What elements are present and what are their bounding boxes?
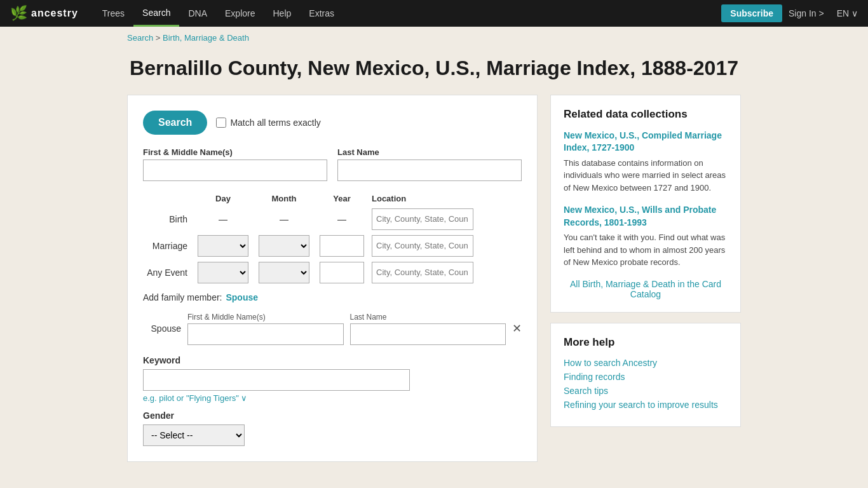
- nav-dna[interactable]: DNA: [179, 0, 216, 27]
- related-item-1: New Mexico, U.S., Wills and Probate Reco…: [564, 204, 728, 269]
- last-name-group: Last Name: [337, 147, 522, 181]
- nav-search[interactable]: Search: [133, 0, 179, 27]
- help-link-0[interactable]: How to search Ancestry: [564, 358, 728, 368]
- last-name-input[interactable]: [337, 159, 522, 181]
- spouse-last-name-group: Last Name: [350, 313, 506, 345]
- nav-explore[interactable]: Explore: [216, 0, 264, 27]
- logo[interactable]: 🌿 ancestry: [10, 5, 78, 22]
- add-family-label: Add family member:: [143, 292, 222, 302]
- birth-day-dash: —: [219, 214, 227, 224]
- nav-links: Trees Search DNA Explore Help Extras: [93, 0, 721, 27]
- birth-location-input[interactable]: [372, 208, 473, 230]
- birth-year-dash: —: [337, 214, 346, 224]
- breadcrumb-separator: >: [156, 33, 163, 43]
- breadcrumb: Search > Birth, Marriage & Death: [0, 27, 868, 49]
- help-link-2[interactable]: Search tips: [564, 386, 728, 396]
- breadcrumb-search[interactable]: Search: [127, 33, 153, 43]
- related-collections-box: Related data collections New Mexico, U.S…: [550, 95, 741, 313]
- main-layout: Search Match all terms exactly First & M…: [0, 95, 868, 487]
- match-exact-checkbox[interactable]: [216, 118, 226, 128]
- catalog-link[interactable]: All Birth, Marriage & Death in the Card …: [564, 279, 728, 299]
- page-title: Bernalillo County, New Mexico, U.S., Mar…: [0, 49, 868, 95]
- name-fields-row: First & Middle Name(s) Last Name: [143, 147, 522, 181]
- spouse-label: Spouse: [143, 323, 181, 334]
- gender-label: Gender: [143, 410, 522, 421]
- more-help-box: More help How to search Ancestry Finding…: [550, 323, 741, 427]
- first-middle-group: First & Middle Name(s): [143, 147, 327, 181]
- add-spouse-link[interactable]: Spouse: [226, 292, 258, 302]
- related-link-1[interactable]: New Mexico, U.S., Wills and Probate Reco…: [564, 204, 728, 229]
- any-event-label: Any Event: [143, 259, 194, 286]
- year-header: Year: [316, 191, 368, 206]
- any-event-day-select[interactable]: [198, 262, 248, 283]
- sidebar: Related data collections New Mexico, U.S…: [550, 95, 741, 462]
- related-desc-0: This database contains information on in…: [564, 157, 728, 194]
- subscribe-button[interactable]: Subscribe: [721, 4, 782, 22]
- related-desc-1: You can't take it with you. Find out wha…: [564, 231, 728, 269]
- breadcrumb-current[interactable]: Birth, Marriage & Death: [163, 33, 249, 43]
- any-event-location-input[interactable]: [372, 262, 473, 283]
- location-header: Location: [368, 191, 522, 206]
- spouse-first-middle-label: First & Middle Name(s): [187, 313, 344, 322]
- search-button[interactable]: Search: [143, 111, 207, 135]
- search-panel: Search Match all terms exactly First & M…: [127, 95, 538, 462]
- spouse-first-middle-group: First & Middle Name(s): [187, 313, 344, 345]
- nav-extras[interactable]: Extras: [300, 0, 343, 27]
- spouse-fields: First & Middle Name(s) Last Name ✕: [187, 313, 522, 345]
- month-header: Month: [252, 191, 316, 206]
- family-member-row: Add family member: Spouse: [143, 292, 522, 302]
- signin-link[interactable]: Sign In >: [789, 8, 824, 18]
- remove-spouse-button[interactable]: ✕: [512, 313, 522, 345]
- any-event-month-select[interactable]: [259, 262, 309, 283]
- marriage-month-select[interactable]: [259, 235, 309, 257]
- more-help-title: More help: [564, 336, 728, 349]
- match-exact-label[interactable]: Match all terms exactly: [216, 118, 320, 128]
- nav-help[interactable]: Help: [264, 0, 301, 27]
- match-exact-text: Match all terms exactly: [230, 118, 320, 128]
- first-middle-input[interactable]: [143, 159, 327, 181]
- logo-icon: 🌿: [10, 5, 27, 22]
- gender-section: Gender -- Select -- Male Female: [143, 410, 522, 446]
- birth-label: Birth: [143, 206, 194, 233]
- any-event-year-input[interactable]: [320, 262, 364, 283]
- spouse-row: Spouse First & Middle Name(s) Last Name …: [143, 313, 522, 345]
- first-middle-label: First & Middle Name(s): [143, 147, 327, 157]
- last-name-label: Last Name: [337, 147, 522, 157]
- gender-select[interactable]: -- Select -- Male Female: [143, 424, 245, 446]
- any-event-row: Any Event: [143, 259, 522, 286]
- help-link-3[interactable]: Refining your search to improve results: [564, 400, 728, 410]
- spouse-first-middle-input[interactable]: [187, 323, 344, 345]
- date-location-table: Day Month Year Location Birth — — —: [143, 191, 522, 286]
- birth-month-dash: —: [280, 214, 288, 224]
- keyword-hint-text: e.g. pilot or "Flying Tigers" ∨: [143, 393, 247, 403]
- nav-trees[interactable]: Trees: [93, 0, 133, 27]
- logo-text: ancestry: [31, 8, 78, 19]
- keyword-input[interactable]: [143, 369, 410, 391]
- keyword-section: Keyword e.g. pilot or "Flying Tigers" ∨: [143, 355, 522, 403]
- related-title: Related data collections: [564, 108, 728, 121]
- marriage-label: Marriage: [143, 233, 194, 259]
- related-link-0[interactable]: New Mexico, U.S., Compiled Marriage Inde…: [564, 130, 728, 154]
- marriage-row: Marriage: [143, 233, 522, 259]
- help-link-1[interactable]: Finding records: [564, 372, 728, 382]
- birth-row: Birth — — —: [143, 206, 522, 233]
- spouse-last-name-input[interactable]: [350, 323, 506, 345]
- marriage-day-select[interactable]: [198, 235, 248, 257]
- nav-right: Subscribe Sign In > EN ∨: [721, 4, 858, 22]
- spouse-last-name-label: Last Name: [350, 313, 506, 322]
- marriage-year-input[interactable]: [320, 235, 364, 257]
- day-header: Day: [194, 191, 252, 206]
- marriage-location-input[interactable]: [372, 235, 473, 257]
- keyword-hint[interactable]: e.g. pilot or "Flying Tigers" ∨: [143, 393, 522, 403]
- main-nav: 🌿 ancestry Trees Search DNA Explore Help…: [0, 0, 868, 27]
- search-row: Search Match all terms exactly: [143, 111, 522, 135]
- language-selector[interactable]: EN ∨: [837, 8, 858, 18]
- keyword-label: Keyword: [143, 355, 522, 365]
- related-item-0: New Mexico, U.S., Compiled Marriage Inde…: [564, 130, 728, 194]
